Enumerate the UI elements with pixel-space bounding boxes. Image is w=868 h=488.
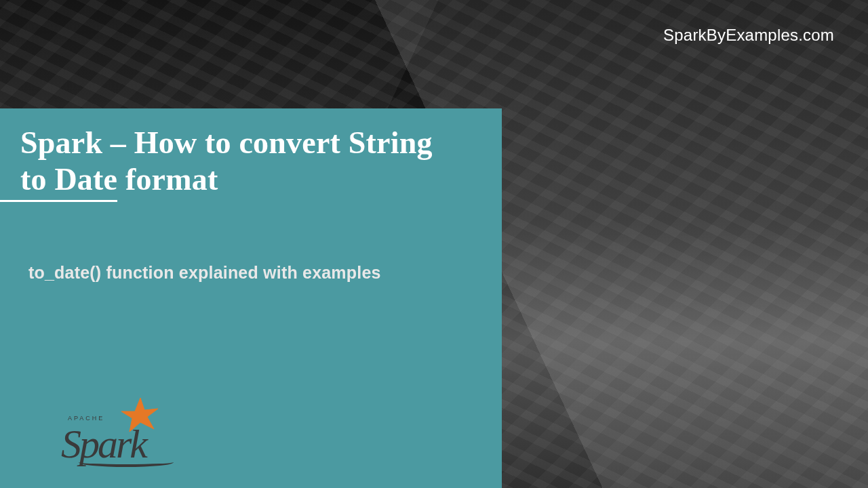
apache-spark-logo: APACHE Spark — [61, 424, 146, 464]
slide-subtitle: to_date() function explained with exampl… — [0, 209, 502, 283]
spark-star-icon — [119, 395, 162, 445]
title-line-1: Spark – How to convert String — [20, 125, 433, 160]
title-underlined-segment: to Date — [0, 161, 117, 201]
site-watermark: SparkByExamples.com — [663, 26, 834, 45]
spark-swoosh-icon — [79, 458, 174, 467]
title-line-2-rest: format — [117, 162, 218, 197]
slide-title: Spark – How to convert String to Date fo… — [0, 108, 502, 209]
apache-label: APACHE — [68, 415, 104, 422]
content-panel: Spark – How to convert String to Date fo… — [0, 108, 502, 488]
spark-wordmark: APACHE Spark — [61, 424, 146, 464]
slide-stage: SparkByExamples.com Spark – How to conve… — [0, 0, 868, 488]
